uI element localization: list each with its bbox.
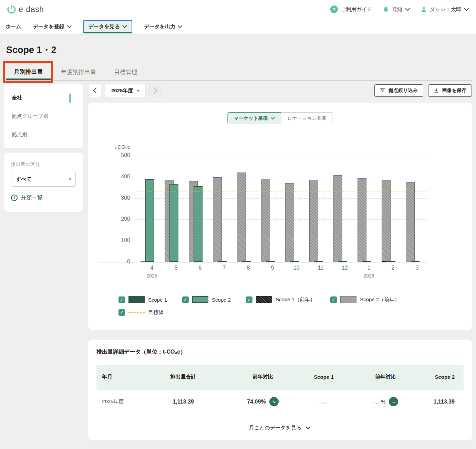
user-avatar-icon <box>421 6 427 13</box>
tab-target-management[interactable]: 目標管理 <box>106 65 145 80</box>
chevron-down-icon <box>405 8 410 11</box>
emissions-detail-table-card: 排出量詳細データ（単位：t-CO₂e） 年月 排出量合計 前年対比 Scope … <box>88 340 472 440</box>
x-axis-month-label: 7 <box>215 265 234 271</box>
y-axis-tick-label: 300 <box>110 195 130 201</box>
bar-scope2-month-5 <box>169 184 178 262</box>
bar-scope2-prev-month-7 <box>213 177 222 262</box>
chevron-right-icon <box>154 87 157 94</box>
filter-funnel-icon <box>380 88 385 93</box>
bar-scope2-prev-month-3 <box>406 182 415 262</box>
sidebar-item-company-wide[interactable]: 全社 <box>4 89 83 107</box>
bar-scope2-month-2 <box>386 261 395 262</box>
x-axis-month-label: 5 <box>166 265 186 271</box>
y-axis-tick-label: 100 <box>110 237 130 243</box>
yoy-scope1-cell: --.--% → <box>344 397 427 406</box>
scope-filter-card: 全社 拠点グループ別 拠点別 <box>4 84 83 148</box>
help-guide-button[interactable]: ? ご利用ガイド <box>330 6 372 13</box>
category-select[interactable]: すべて ▾ <box>11 172 76 187</box>
next-year-button[interactable] <box>149 84 162 97</box>
x-axis-month-label: 8 <box>239 265 258 271</box>
chevron-left-icon <box>93 87 97 94</box>
checkbox-checked-icon[interactable]: ✓ <box>118 309 125 316</box>
sidebar: 全社 拠点グループ別 拠点別 排出量の区分 すべて ▾ i 分類一覧 <box>4 84 83 212</box>
x-axis-month-label: 3 <box>407 265 427 271</box>
app-logo[interactable]: e-dash <box>7 5 44 14</box>
legend-item-scope2: ✓ Scope 2 <box>182 296 231 303</box>
bell-icon <box>383 6 389 13</box>
save-image-button[interactable]: 画像を保存 <box>428 84 472 97</box>
checkbox-checked-icon[interactable]: ✓ <box>182 296 189 303</box>
emissions-table: 年月 排出量合計 前年対比 Scope 1 前年対比 Scope 2 2025年… <box>96 365 464 414</box>
download-icon <box>434 88 439 93</box>
previous-year-button[interactable] <box>88 84 101 97</box>
chevron-down-icon <box>122 25 127 28</box>
user-name: ダッシュ太郎 <box>430 6 461 13</box>
period-cell: 2025年度 <box>96 398 145 405</box>
y-axis-unit-label: t-CO₂e <box>107 144 130 150</box>
tab-monthly-emissions[interactable]: 月別排出量 <box>6 64 51 80</box>
checkbox-checked-icon[interactable]: ✓ <box>246 296 252 303</box>
trend-down-icon: ↘ <box>269 397 279 406</box>
checkbox-checked-icon[interactable]: ✓ <box>330 296 337 303</box>
notifications-menu[interactable]: 通知 <box>383 6 410 13</box>
market-basis-button[interactable]: マーケット基準 <box>228 112 281 124</box>
x-axis-month-label: 10 <box>287 265 306 271</box>
chart-controls: 2025年度 ▾ 拠点絞り込み <box>88 84 472 97</box>
x-axis-month-label: 12 <box>335 265 354 271</box>
bar-scope2-month-11 <box>314 261 323 262</box>
help-guide-label: ご利用ガイド <box>341 6 372 13</box>
bar-scope2-month-4 <box>145 179 154 262</box>
x-axis-month-label: 11 <box>311 265 330 271</box>
bar-scope2-prev-month-2 <box>382 180 391 262</box>
chevron-down-icon <box>271 117 275 120</box>
category-label: 排出量の区分 <box>11 161 76 168</box>
bar-scope2-month-1 <box>362 261 371 262</box>
chevron-down-icon <box>178 25 183 28</box>
app-header: e-dash ? ご利用ガイド 通知 ダッシュ太郎 <box>0 0 476 19</box>
question-icon: ? <box>330 6 338 13</box>
checkbox-checked-icon[interactable]: ✓ <box>118 296 125 303</box>
chart-legend: ✓ Scope 1 ✓ Scope 2 ✓ Scope 1（前年） <box>118 296 435 316</box>
fiscal-year-select[interactable]: 2025年度 ▾ <box>105 84 146 97</box>
edash-logo-icon <box>7 5 16 14</box>
page-title: Scope 1・2 <box>6 44 470 56</box>
location-basis-button[interactable]: ロケーション基準 <box>281 112 333 124</box>
target-line-swatch <box>128 312 145 313</box>
total-cell: 1,113.39 <box>145 399 222 405</box>
nav-item-view-data[interactable]: データを見る <box>83 20 132 33</box>
bar-scope2-prev-month-10 <box>285 183 294 262</box>
chevron-down-icon <box>306 426 311 430</box>
nav-item-export-data[interactable]: データを出力 <box>144 23 183 30</box>
main-nav: ホーム データを登録 データを見る データを出力 <box>0 19 476 35</box>
bar-scope2-month-3 <box>411 261 420 262</box>
gridline <box>135 156 427 156</box>
sidebar-item-site-group[interactable]: 拠点グループ別 <box>4 107 83 125</box>
basis-toggle: マーケット基準 ロケーション基準 <box>228 112 333 124</box>
bar-scope2-month-6 <box>194 186 203 262</box>
x-axis-month-label: 1 <box>359 265 379 271</box>
view-monthly-data-link[interactable]: 月ごとのデータを見る <box>249 425 311 431</box>
y-axis-tick-label: 0 <box>110 259 130 265</box>
category-list-link[interactable]: i 分類一覧 <box>11 194 76 201</box>
active-indicator <box>69 93 71 103</box>
table-title: 排出量詳細データ（単位：t-CO₂e） <box>96 348 464 356</box>
x-axis-month-label: 2 <box>383 265 403 271</box>
chevron-down-icon <box>464 8 469 11</box>
x-axis-line <box>98 262 427 262</box>
y-axis-tick-label: 200 <box>110 216 130 222</box>
tab-yearly-emissions[interactable]: 年度別排出量 <box>53 65 104 80</box>
user-menu[interactable]: ダッシュ太郎 <box>421 6 469 13</box>
nav-item-register-data[interactable]: データを登録 <box>33 23 72 30</box>
table-row: 2025年度 1,113.39 74.09% ↘ --.-- --.--% <box>96 389 464 414</box>
x-axis-year-label: 2025 <box>139 273 164 279</box>
scope2-swatch <box>192 296 208 303</box>
site-filter-button[interactable]: 拠点絞り込み <box>374 84 423 97</box>
yoy-total-cell: 74.09% ↘ <box>222 397 304 406</box>
scope2-cell: 1,113.39 <box>427 399 464 405</box>
sidebar-item-site[interactable]: 拠点別 <box>4 125 83 144</box>
nav-item-home[interactable]: ホーム <box>6 23 21 30</box>
x-axis-month-label: 9 <box>263 265 282 271</box>
monthly-emissions-chart-card: マーケット基準 ロケーション基準 t-CO₂e01002003004005004… <box>88 103 472 330</box>
logo-text: e-dash <box>19 5 44 14</box>
scope2-prev-swatch <box>340 296 356 303</box>
